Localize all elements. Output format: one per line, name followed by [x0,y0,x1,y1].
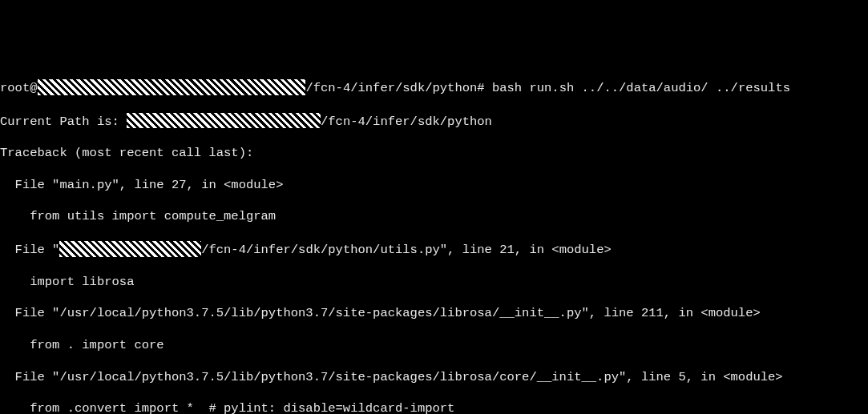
redacted-path-inline: XXXXXXXXXXXXXXXXXXX [59,241,201,257]
current-path-value: /fcn-4/infer/sdk/python [321,114,492,128]
prompt-line: root@XXXXXXXXXXXXXXXXXXXXXXXXXXXXXXXXXXX… [0,79,868,97]
frame-code: from . import core [0,338,868,354]
redacted-path: XXXXXXXXXXXXXXXXXXXXXXXXXX [127,113,321,129]
frame-file: File "/usr/local/python3.7.5/lib/python3… [0,370,868,386]
terminal-output: root@XXXXXXXXXXXXXXXXXXXXXXXXXXXXXXXXXXX… [0,63,868,414]
traceback-header: Traceback (most recent call last): [0,146,868,162]
redacted-host: XXXXXXXXXXXXXXXXXXXXXXXXXXXXXXXXXXXX [38,79,306,95]
prompt-user: root@ [0,81,38,95]
frame-file: File "XXXXXXXXXXXXXXXXXXX/fcn-4/infer/sd… [0,241,868,259]
current-path-line: Current Path is: XXXXXXXXXXXXXXXXXXXXXXX… [0,113,868,131]
prompt-path: /fcn-4/infer/sdk/python# [305,81,484,95]
frame-file: File "/usr/local/python3.7.5/lib/python3… [0,306,868,322]
current-path-label: Current Path is: [0,114,127,128]
frame-file: File "main.py", line 27, in <module> [0,178,868,194]
frame-code: import librosa [0,275,868,291]
frame-code: from utils import compute_melgram [0,209,868,225]
frame-code: from .convert import * # pylint: disable… [0,401,868,414]
entered-command[interactable]: bash run.sh ../../data/audio/ ../results [485,81,790,95]
